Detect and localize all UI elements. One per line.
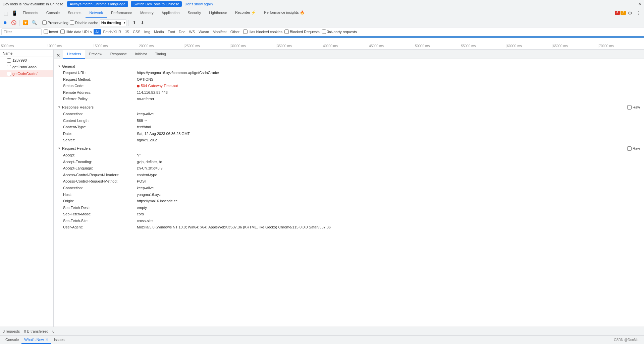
request-raw-checkbox[interactable]: Raw (627, 146, 640, 151)
filter-type-media[interactable]: Media (152, 29, 166, 35)
settings-icon[interactable]: ⚙ (626, 9, 634, 17)
req-accept-row: Accept: */* (58, 152, 640, 159)
tab-sources[interactable]: Sources (64, 8, 85, 18)
filter-type-js[interactable]: JS (123, 29, 131, 35)
req-access-control-method-row: Access-Control-Request-Method: POST (58, 178, 640, 185)
preserve-log-checkbox[interactable]: Preserve log (42, 20, 68, 25)
request-checkbox-1287990[interactable] (7, 58, 11, 63)
response-headers-section[interactable]: Response Headers Raw (58, 105, 640, 110)
main-area: Name 1287990 getCsdnGrade/ getCsdnGrade/… (0, 50, 644, 335)
throttle-select[interactable]: No throttling Slow 3G Fast 3G Offline (100, 19, 126, 26)
ruler-tick: 25000 ms (184, 44, 230, 48)
disable-cache-checkbox[interactable]: Disable cache (70, 20, 98, 25)
req-sec-fetch-dest-key: Sec-Fetch-Dest: (63, 205, 137, 211)
more-options-icon[interactable]: ⋮ (634, 9, 643, 17)
request-headers-section[interactable]: Request Headers Raw (58, 146, 640, 151)
filter-type-wasm[interactable]: Wasm (197, 29, 211, 35)
has-blocked-cookies-input[interactable] (243, 29, 248, 34)
tab-security[interactable]: Security (183, 8, 205, 18)
response-connection-key: Connection: (63, 111, 137, 117)
disable-cache-input[interactable] (70, 20, 74, 25)
details-tab-timing[interactable]: Timing (151, 50, 170, 59)
request-checkbox-getCsdnGrade-1[interactable] (7, 65, 11, 69)
tab-application[interactable]: Application (158, 8, 184, 18)
general-section-header[interactable]: General (58, 64, 640, 68)
clear-button[interactable]: 🚫 (10, 19, 17, 26)
request-name-1287990: 1287990 (12, 58, 27, 62)
dont-show-again-link[interactable]: Don't show again (184, 2, 213, 6)
req-access-control-headers-row: Access-Control-Request-Headers: content-… (58, 172, 640, 179)
tab-performance-insights[interactable]: Performance insights 🔥 (260, 8, 308, 18)
filter-type-ws[interactable]: WS (187, 29, 197, 35)
details-tab-headers[interactable]: Headers (63, 50, 85, 59)
tab-network[interactable]: Network (86, 8, 107, 18)
third-party-requests-checkbox[interactable]: 3rd-party requests (322, 29, 357, 34)
export-har-icon[interactable]: ⬆ (131, 19, 138, 26)
has-blocked-cookies-checkbox[interactable]: Has blocked cookies (243, 29, 282, 34)
switch-language-button[interactable]: Switch DevTools to Chinese (131, 1, 182, 7)
banner-text: DevTools is now available in Chinese! (3, 2, 64, 6)
tab-elements[interactable]: Elements (19, 8, 42, 18)
details-tab-initiator[interactable]: Initiator (131, 50, 151, 59)
third-party-requests-input[interactable] (322, 29, 326, 34)
req-sec-fetch-dest-row: Sec-Fetch-Dest: empty (58, 205, 640, 211)
ruler-tick: 30000 ms (230, 44, 276, 48)
referrer-policy-row: Referrer Policy: no-referrer (58, 96, 640, 102)
transferred-size: 0 B transferred (24, 329, 48, 333)
tab-recorder[interactable]: Recorder ⚡ (231, 8, 260, 18)
response-raw-checkbox[interactable]: Raw (627, 105, 640, 110)
blocked-requests-checkbox[interactable]: Blocked Requests (284, 29, 320, 34)
request-item-1287990[interactable]: 1287990 (0, 57, 53, 64)
filter-type-img[interactable]: Img (143, 29, 152, 35)
filter-type-fetch-xhr[interactable]: Fetch/XHR (101, 29, 123, 35)
banner-close-icon[interactable]: × (638, 1, 641, 7)
record-button[interactable]: ⏺ (1, 19, 9, 26)
preserve-log-input[interactable] (42, 20, 47, 25)
filter-type-font[interactable]: Font (166, 29, 177, 35)
timeline[interactable]: 5000 ms 10000 ms 15000 ms 20000 ms 25000… (0, 36, 644, 50)
tab-lighthouse[interactable]: Lighthouse (205, 8, 231, 18)
req-user-agent-key: User-Agent: (63, 224, 137, 230)
import-har-icon[interactable]: ⬇ (139, 19, 146, 26)
req-accept-language-key: Accept-Language: (63, 165, 137, 171)
response-date-key: Date: (63, 131, 137, 137)
hide-data-urls-input[interactable] (60, 29, 65, 34)
request-raw-input[interactable] (627, 146, 632, 151)
search-icon[interactable]: 🔍 (31, 19, 38, 26)
requests-panel: Name 1287990 getCsdnGrade/ getCsdnGrade/ (0, 50, 54, 335)
filter-type-css[interactable]: CSS (131, 29, 142, 35)
status-code-key: Status Code: (63, 83, 137, 89)
filter-type-doc[interactable]: Doc (177, 29, 187, 35)
inspect-element-icon[interactable]: ⬚ (1, 9, 10, 17)
response-raw-input[interactable] (627, 105, 632, 110)
device-toolbar-icon[interactable]: 📱 (10, 9, 19, 17)
filter-type-other[interactable]: Other (229, 29, 241, 35)
invert-input[interactable] (44, 29, 48, 34)
filter-input[interactable] (1, 28, 42, 35)
invert-checkbox[interactable]: Invert (44, 29, 58, 34)
tab-console[interactable]: Console (42, 8, 64, 18)
blocked-requests-input[interactable] (284, 29, 289, 34)
match-language-button[interactable]: Always match Chrome's language (67, 1, 128, 7)
filter-icon[interactable]: 🔽 (22, 19, 29, 26)
hide-data-urls-checkbox[interactable]: Hide data URLs (60, 29, 92, 34)
tab-performance[interactable]: Performance (107, 8, 136, 18)
details-tab-preview[interactable]: Preview (85, 50, 106, 59)
req-accept-encoding-row: Accept-Encoding: gzip, deflate, br (58, 159, 640, 165)
tab-memory[interactable]: Memory (136, 8, 158, 18)
request-item-getCsdnGrade-2[interactable]: getCsdnGrade/ (0, 70, 53, 77)
response-server-key: Server: (63, 137, 137, 143)
req-sec-fetch-mode-value: cors (137, 211, 144, 217)
request-item-getCsdnGrade-1[interactable]: getCsdnGrade/ (0, 64, 53, 70)
filter-type-manifest[interactable]: Manifest (211, 29, 228, 35)
details-tab-response[interactable]: Response (106, 50, 131, 59)
ruler-tick: 15000 ms (92, 44, 138, 48)
filter-type-all[interactable]: All (94, 29, 101, 35)
req-connection-row: Connection: keep-alive (58, 185, 640, 192)
warning-count-badge: 2 (621, 11, 626, 15)
details-content: General Request URL: https://yongma16.xy… (54, 59, 644, 233)
req-accept-value: */* (137, 152, 141, 158)
edit-content-length-icon[interactable]: ✏ (145, 119, 147, 123)
request-checkbox-getCsdnGrade-2[interactable] (7, 72, 11, 76)
details-close-button[interactable]: ✕ (55, 52, 62, 59)
